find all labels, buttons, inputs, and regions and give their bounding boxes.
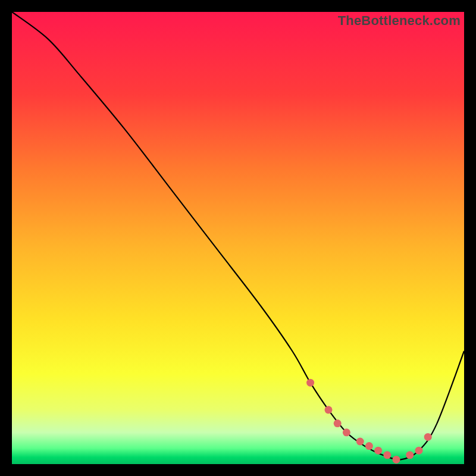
marker-dot [365, 442, 373, 450]
marker-dot [356, 438, 364, 446]
highlight-markers [306, 379, 432, 464]
chart-svg [12, 12, 464, 464]
marker-dot [343, 428, 350, 436]
marker-dot [393, 456, 400, 464]
marker-dot [306, 379, 314, 387]
marker-dot [424, 433, 432, 441]
marker-dot [325, 406, 333, 414]
marker-dot [374, 447, 382, 455]
watermark-text: TheBottleneck.com [338, 13, 461, 29]
chart-frame: TheBottleneck.com [12, 12, 464, 464]
bottleneck-curve [12, 12, 464, 460]
marker-dot [383, 451, 391, 459]
marker-dot [415, 447, 423, 455]
marker-dot [334, 419, 342, 427]
marker-dot [406, 451, 414, 459]
